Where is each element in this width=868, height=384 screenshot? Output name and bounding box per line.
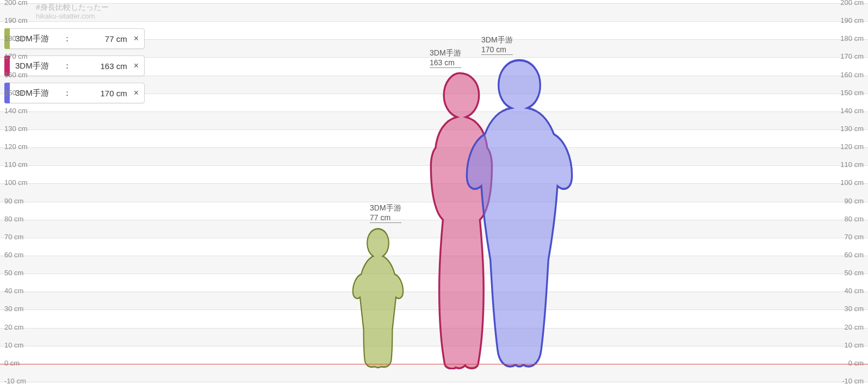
silhouette-label: 3DM手游163 cm [430, 48, 461, 68]
silhouette-man[interactable]: 3DM手游170 cm [465, 57, 574, 363]
grid-line [0, 3, 868, 4]
close-icon[interactable]: × [134, 61, 139, 70]
axis-label-left: 200 cm [4, 0, 28, 7]
height-comparison-chart: #身長比較したったー hikaku-sitatter.com 3DM手游77 c… [0, 0, 868, 384]
axis-label-right: 90 cm [845, 197, 864, 205]
axis-label-left: 0 cm [4, 359, 20, 367]
watermark-line1: #身長比較したったー [36, 2, 109, 12]
axis-label-left: 160 cm [4, 71, 28, 79]
axis-label-right: 70 cm [845, 233, 864, 241]
axis-label-left: 50 cm [4, 269, 23, 277]
axis-label-left: 110 cm [4, 160, 28, 169]
axis-label-left: 20 cm [4, 323, 23, 331]
legend-value: 163 cm [76, 61, 127, 71]
axis-label-right: 190 cm [840, 16, 864, 24]
silhouette-child[interactable]: 3DM手游77 cm [348, 225, 408, 364]
legend-value: 170 cm [76, 89, 127, 98]
axis-label-right: 10 cm [845, 341, 864, 349]
axis-label-left: 150 cm [4, 89, 28, 97]
silhouette-label: 3DM手游77 cm [370, 203, 401, 223]
grid-band [0, 3, 868, 21]
axis-label-left: 70 cm [4, 233, 23, 241]
axis-label-right: 60 cm [845, 251, 864, 259]
axis-label-right: 130 cm [840, 125, 864, 133]
axis-label-left: 60 cm [4, 251, 23, 259]
axis-label-left: 40 cm [4, 287, 23, 295]
close-icon[interactable]: × [134, 89, 139, 97]
legend-separator: ： [63, 88, 71, 98]
axis-label-left: 130 cm [4, 125, 28, 133]
axis-label-left: 170 cm [4, 52, 28, 60]
axis-label-left: 90 cm [4, 197, 23, 205]
watermark: #身長比較したったー hikaku-sitatter.com [36, 2, 109, 21]
axis-label-right: 140 cm [840, 107, 864, 115]
zero-line [0, 364, 868, 365]
axis-label-left: 80 cm [4, 215, 23, 223]
silhouette-label: 3DM手游170 cm [481, 35, 513, 55]
grid-line [0, 382, 868, 382]
close-icon[interactable]: × [134, 34, 139, 43]
axis-label-right: 180 cm [840, 34, 864, 42]
axis-label-left: 140 cm [4, 107, 28, 115]
legend-name: 3DM手游 [15, 61, 59, 71]
axis-label-right: 150 cm [840, 89, 864, 97]
axis-label-right: 120 cm [840, 143, 864, 151]
axis-label-right: 200 cm [840, 0, 864, 7]
axis-label-right: 80 cm [845, 215, 864, 223]
watermark-line2: hikaku-sitatter.com [36, 12, 109, 21]
legend-separator: ： [63, 61, 71, 71]
axis-label-left: -10 cm [4, 377, 26, 384]
axis-label-left: 100 cm [4, 178, 28, 187]
axis-label-right: 170 cm [840, 52, 864, 60]
axis-label-left: 120 cm [4, 143, 28, 151]
axis-label-left: 30 cm [4, 305, 23, 313]
axis-label-right: -10 cm [842, 377, 864, 384]
legend-value: 77 cm [76, 34, 127, 44]
axis-label-right: 160 cm [840, 71, 864, 79]
axis-label-left: 10 cm [4, 341, 23, 349]
axis-label-right: 0 cm [848, 359, 864, 367]
grid-line [0, 21, 868, 22]
axis-label-right: 100 cm [840, 178, 864, 187]
axis-label-left: 190 cm [4, 16, 28, 24]
axis-label-right: 30 cm [845, 305, 864, 313]
axis-label-left: 180 cm [4, 34, 28, 42]
axis-label-right: 20 cm [845, 323, 864, 331]
axis-label-right: 50 cm [845, 269, 864, 277]
legend-separator: ： [63, 34, 71, 44]
axis-label-right: 110 cm [840, 160, 864, 169]
axis-label-right: 40 cm [845, 287, 864, 295]
